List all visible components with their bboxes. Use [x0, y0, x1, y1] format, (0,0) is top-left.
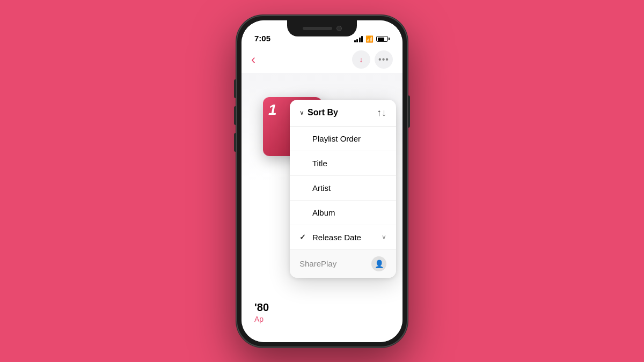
notch-camera	[336, 26, 342, 31]
sort-expand-icon: ∨	[299, 109, 304, 116]
phone-device: 7:05 📶	[236, 15, 408, 348]
app-background: 7:05 📶	[0, 0, 644, 362]
wifi-icon: 📶	[365, 35, 374, 43]
sort-label-album: Album	[312, 208, 335, 217]
battery-tip	[389, 38, 390, 40]
sort-label-title: Title	[312, 159, 327, 168]
page-header: ‹ ↓ •••	[241, 46, 402, 73]
sort-item-album[interactable]: Album	[290, 201, 396, 225]
signal-bars-icon	[354, 36, 363, 42]
back-button[interactable]: ‹	[251, 52, 255, 67]
sort-order-icon[interactable]: ↑↓	[377, 107, 386, 119]
shareplay-label: SharePlay	[299, 259, 336, 268]
notch-speaker	[303, 27, 332, 30]
battery-body	[376, 36, 388, 42]
header-actions: ↓ •••	[352, 50, 393, 69]
signal-bar-3	[359, 38, 361, 42]
phone-notch	[287, 20, 357, 36]
status-time: 7:05	[254, 34, 270, 43]
sort-item-artist[interactable]: Artist	[290, 176, 396, 201]
more-icon: •••	[378, 55, 389, 64]
status-icons: 📶	[354, 35, 390, 43]
download-button[interactable]: ↓	[352, 50, 370, 69]
album-info: '80 Ap	[254, 301, 402, 323]
battery-icon	[376, 36, 390, 42]
album-art-number: 1	[268, 101, 277, 119]
sort-item-playlist-order[interactable]: Playlist Order	[290, 127, 396, 151]
battery-fill	[378, 38, 385, 41]
sort-item-left-artist: Artist	[299, 183, 331, 193]
signal-bar-1	[354, 40, 356, 42]
shareplay-row[interactable]: SharePlay 👤	[290, 250, 396, 278]
sort-label-release: Release Date	[312, 233, 361, 242]
sort-item-left: Playlist Order	[299, 134, 361, 143]
shareplay-person-icon: 👤	[375, 260, 384, 268]
sort-release-chevron: ∨	[382, 233, 386, 241]
shareplay-icon: 👤	[371, 256, 386, 271]
phone-screen: 7:05 📶	[241, 20, 402, 342]
sort-item-title[interactable]: Title	[290, 151, 396, 176]
signal-bar-2	[356, 39, 358, 42]
album-title: '80	[254, 301, 402, 314]
more-button[interactable]: •••	[375, 50, 393, 69]
sort-item-release-date[interactable]: ✓ Release Date ∨	[290, 225, 396, 250]
sort-item-left-release: ✓ Release Date	[299, 233, 361, 242]
signal-bar-4	[361, 36, 363, 42]
sort-item-left-album: Album	[299, 208, 335, 217]
sort-item-left-title: Title	[299, 159, 327, 168]
sort-check-release: ✓	[299, 233, 308, 241]
sort-title: Sort By	[308, 108, 338, 117]
sort-label-playlist: Playlist Order	[312, 134, 361, 143]
sort-dropdown: ∨ Sort By ↑↓ Playlist Order	[290, 100, 396, 278]
screen-content: 7:05 📶	[241, 20, 402, 342]
sort-header-left: ∨ Sort By	[299, 108, 338, 117]
download-icon: ↓	[360, 55, 363, 64]
sort-header: ∨ Sort By ↑↓	[290, 100, 396, 127]
album-subtitle: Ap	[254, 315, 402, 323]
sort-label-artist: Artist	[312, 183, 331, 193]
